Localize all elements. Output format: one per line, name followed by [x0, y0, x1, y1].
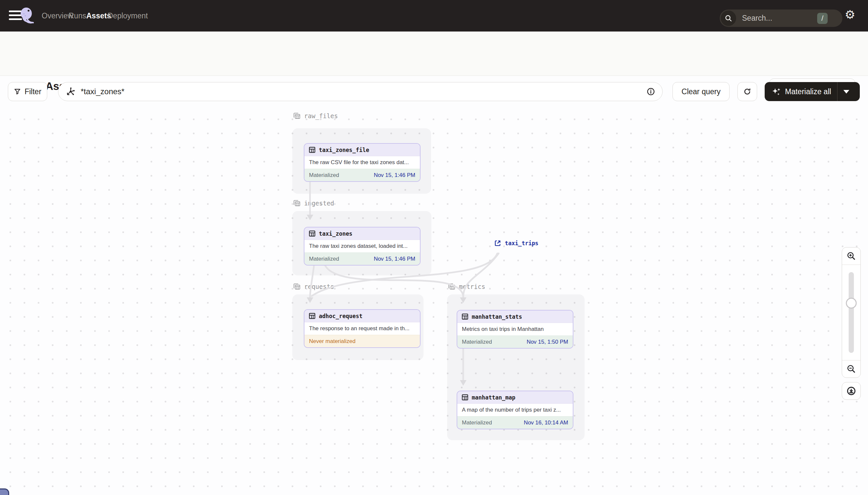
corner-widget[interactable] [0, 489, 9, 495]
asset-description: A map of the number of trips per taxi z.… [457, 404, 573, 416]
asset-description: The raw CSV file for the taxi zones dat.… [304, 156, 420, 169]
table-icon [309, 312, 316, 319]
external-link-icon [494, 240, 501, 247]
info-icon[interactable] [646, 87, 655, 96]
sparkles-icon [771, 87, 781, 97]
group-label-ingested: ingested [293, 200, 334, 207]
table-icon [462, 394, 468, 401]
download-center-icon [846, 386, 856, 396]
refresh-button[interactable] [738, 82, 757, 101]
table-group-icon [448, 283, 456, 290]
asset-query-field[interactable] [58, 82, 663, 101]
table-icon [309, 147, 316, 153]
status-label: Materialized [462, 339, 492, 345]
nav-runs[interactable]: Runs [69, 0, 86, 32]
asset-node-adhoc-request[interactable]: adhoc_request The response to an request… [304, 309, 421, 348]
status-label: Materialized [309, 256, 339, 262]
asset-status-row: Never materialized [304, 335, 420, 347]
materialization-timestamp[interactable]: Nov 15, 1:46 PM [374, 172, 415, 178]
search-icon [721, 11, 736, 26]
external-asset-taxi-trips[interactable]: taxi_trips [494, 240, 538, 247]
zoom-slider [842, 264, 861, 360]
settings-gear-icon[interactable]: ⚙ [845, 8, 855, 22]
table-group-icon [293, 112, 301, 119]
zoom-out-button[interactable] [842, 360, 861, 377]
nav-deployment[interactable]: Deployment [108, 0, 148, 32]
page-header: Global Asset Lineage Reload definitions [0, 32, 868, 76]
clear-query-label: Clear query [682, 87, 721, 96]
search-placeholder: Search... [742, 14, 817, 23]
dagster-logo[interactable] [19, 6, 35, 25]
table-icon [309, 230, 316, 237]
octopus-logo-icon [19, 6, 35, 25]
asset-description: The response to an request made in th... [304, 322, 420, 335]
asset-node-taxi-zones-file[interactable]: taxi_zones_file The raw CSV file for the… [304, 143, 421, 182]
table-icon [462, 313, 468, 320]
group-label-raw-files: raw_files [293, 112, 338, 119]
group-label-requests: requests [293, 283, 334, 290]
op-selector-icon [66, 87, 75, 97]
status-label: Materialized [309, 172, 339, 178]
lineage-canvas[interactable]: raw_files ingested requests metrics [0, 75, 868, 495]
status-label: Never materialized [309, 338, 356, 345]
asset-status-row: Materialized Nov 15, 1:46 PM [304, 252, 420, 265]
asset-status-row: Materialized Nov 15, 1:46 PM [304, 169, 420, 181]
asset-query-input[interactable] [80, 87, 646, 97]
asset-node-manhattan-map[interactable]: manhattan_map A map of the number of tri… [457, 391, 573, 429]
zoom-in-button[interactable] [842, 248, 861, 264]
table-group-icon [293, 200, 301, 207]
asset-node-taxi-zones[interactable]: taxi_zones The raw taxi zones dataset, l… [304, 227, 421, 266]
search-shortcut-badge: / [817, 13, 828, 24]
filter-button[interactable]: Filter [8, 82, 47, 101]
clear-query-button[interactable]: Clear query [672, 82, 730, 101]
zoom-slider-track[interactable] [849, 272, 854, 353]
asset-status-row: Materialized Nov 15, 1:50 PM [457, 336, 573, 348]
materialize-all-label: Materialize all [785, 87, 831, 96]
filter-label: Filter [24, 87, 41, 96]
asset-status-row: Materialized Nov 16, 10:14 AM [457, 416, 573, 429]
group-label-metrics: metrics [448, 283, 485, 290]
materialization-timestamp[interactable]: Nov 15, 1:50 PM [527, 339, 568, 345]
search-input[interactable]: Search... / [720, 10, 843, 27]
asset-node-manhattan-stats[interactable]: manhattan_stats Metrics on taxi trips in… [457, 310, 573, 348]
table-group-icon [293, 283, 301, 290]
status-label: Materialized [462, 420, 492, 426]
refresh-icon [743, 88, 751, 96]
asset-description: Metrics on taxi trips in Manhattan [457, 323, 573, 336]
asset-description: The raw taxi zones dataset, loaded int..… [304, 240, 420, 252]
top-nav-bar: Overview Runs Assets Deployment Search..… [0, 0, 868, 32]
recenter-button[interactable] [842, 382, 861, 400]
materialize-all-button[interactable]: Materialize all [765, 82, 860, 101]
zoom-slider-thumb[interactable] [846, 298, 857, 309]
dot-grid-background [0, 110, 868, 490]
lineage-toolbar: Filter Clear query [0, 75, 868, 108]
zoom-in-icon [847, 252, 856, 261]
funnel-icon [14, 88, 21, 95]
zoom-controls [842, 247, 861, 378]
zoom-out-icon [847, 364, 856, 374]
materialization-timestamp[interactable]: Nov 15, 1:46 PM [374, 256, 415, 262]
materialization-timestamp[interactable]: Nov 16, 10:14 AM [524, 420, 568, 426]
chevron-down-icon [844, 90, 849, 93]
materialize-dropdown-button[interactable] [837, 90, 855, 93]
